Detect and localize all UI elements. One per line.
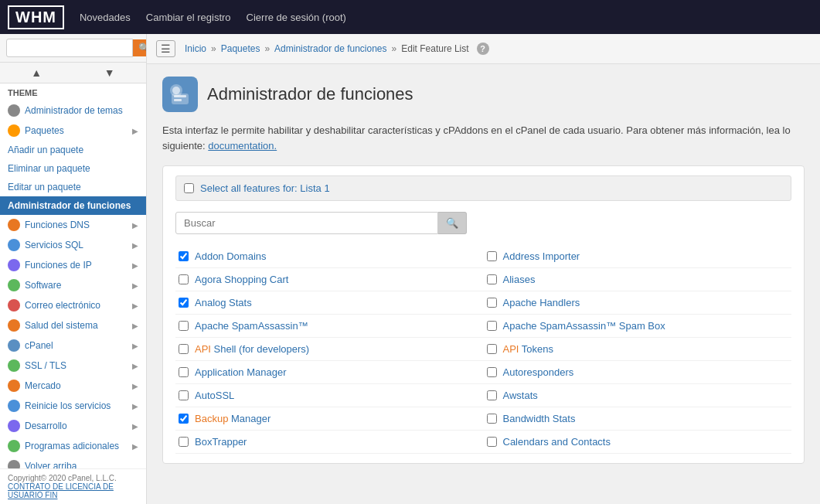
sidebar-item-funciones-ip[interactable]: Funciones de IP ▶ — [0, 255, 146, 275]
feature-checkbox-apache-handlers[interactable] — [487, 298, 497, 308]
sidebar-down-arrow[interactable]: ▼ — [73, 63, 147, 83]
feature-checkbox-backup-manager[interactable] — [179, 414, 189, 424]
sidebar-item-desarrollo[interactable]: Desarrollo ▶ — [0, 416, 146, 436]
breadcrumb: ☰ Inicio » Paquetes » Administrador de f… — [147, 34, 820, 64]
select-all-label[interactable]: Select all features for: Lista 1 — [200, 182, 330, 194]
feature-label-aliases[interactable]: Aliases — [503, 274, 536, 285]
cpanel-label: cPanel — [25, 340, 53, 351]
feature-checkbox-boxtrapper[interactable] — [179, 437, 189, 447]
sidebar-item-reinicie[interactable]: Reinicie los servicios ▶ — [0, 396, 146, 416]
feature-checkbox-autoresponders[interactable] — [487, 367, 497, 377]
copyright-text: Copyright© 2020 cPanel, L.L.C. — [8, 474, 117, 482]
feature-checkbox-agora-shopping-cart[interactable] — [179, 274, 189, 284]
feature-checkbox-bandwidth-stats[interactable] — [487, 414, 497, 424]
feature-item-calendars-contacts: Calendars and Contacts — [484, 431, 792, 454]
feature-item-addon-domains: Addon Domains — [175, 245, 484, 268]
page-icon — [162, 77, 198, 112]
feature-label-agora-shopping-cart[interactable]: Agora Shopping Cart — [195, 274, 288, 285]
sidebar-item-cpanel[interactable]: cPanel ▶ — [0, 335, 146, 356]
reinicie-icon — [8, 400, 20, 412]
programas-icon — [8, 440, 20, 452]
sidebar-search-button[interactable]: 🔍 — [133, 39, 147, 56]
feature-checkbox-application-manager[interactable] — [179, 367, 189, 377]
servicios-sql-icon — [8, 239, 20, 251]
sidebar-item-mercado[interactable]: Mercado ▶ — [0, 376, 146, 396]
breadcrumb-paquetes[interactable]: Paquetes — [221, 43, 260, 54]
salud-arrow: ▶ — [132, 322, 138, 330]
sidebar-item-software[interactable]: Software ▶ — [0, 275, 146, 295]
feature-label-addon-domains[interactable]: Addon Domains — [195, 250, 267, 262]
collapse-sidebar-button[interactable]: ☰ — [156, 40, 175, 57]
feature-item-api-shell: API Shell (for developers) — [175, 338, 484, 361]
sidebar-content: Theme Administrador de temas Paquetes ▶ … — [0, 83, 146, 468]
feature-checkbox-apache-spamassassin-spam-box[interactable] — [487, 321, 497, 331]
feature-checkbox-api-tokens[interactable] — [487, 344, 497, 354]
funciones-dns-icon — [8, 219, 20, 231]
sidebar-item-servicios-sql[interactable]: Servicios SQL ▶ — [0, 235, 146, 255]
sidebar-item-salud[interactable]: Salud del sistema ▶ — [0, 315, 146, 335]
feature-label-autoresponders[interactable]: Autoresponders — [503, 366, 574, 378]
feature-checkbox-apache-spamassassin[interactable] — [179, 321, 189, 331]
sidebar-item-anadir-paquete[interactable]: Añadir un paquete — [0, 141, 146, 159]
breadcrumb-current: Edit Feature List — [401, 43, 468, 54]
license-link[interactable]: CONTRATO DE LICENCIA DE USUARIO FIN — [8, 482, 114, 499]
feature-checkbox-api-shell[interactable] — [179, 344, 189, 354]
sidebar-item-editar-paquete[interactable]: Editar un paquete — [0, 178, 146, 196]
breadcrumb-sep-2: » — [264, 43, 270, 54]
sidebar-search-area: 🔍 — [0, 34, 146, 63]
nav-cierre-sesion[interactable]: Cierre de sesión (root) — [247, 12, 346, 23]
sidebar-search-input[interactable] — [6, 39, 133, 57]
feature-item-aliases: Aliases — [484, 268, 792, 291]
ssl-icon — [8, 359, 20, 372]
feature-label-calendars-contacts[interactable]: Calendars and Contacts — [503, 436, 611, 448]
feature-checkbox-autossl[interactable] — [179, 390, 189, 400]
feature-label-bandwidth-stats[interactable]: Bandwidth Stats — [503, 413, 576, 424]
feature-search-button[interactable]: 🔍 — [438, 212, 467, 234]
feature-search-input[interactable] — [175, 212, 438, 234]
feature-label-backup-manager[interactable]: Backup Manager — [195, 413, 270, 424]
nav-novedades[interactable]: Novedades — [80, 12, 131, 23]
sidebar-item-volver[interactable]: Volver arriba — [0, 456, 146, 468]
feature-checkbox-awstats[interactable] — [487, 390, 497, 400]
feature-checkbox-address-importer[interactable] — [487, 251, 497, 261]
breadcrumb-inicio[interactable]: Inicio — [185, 43, 206, 54]
sidebar-item-correo[interactable]: Correo electrónico ▶ — [0, 295, 146, 315]
funciones-ip-arrow: ▶ — [132, 261, 138, 270]
feature-label-address-importer[interactable]: Address Importer — [503, 250, 580, 262]
ssl-label: SSL / TLS — [25, 360, 66, 371]
sidebar-up-arrow[interactable]: ▲ — [0, 63, 73, 83]
feature-label-application-manager[interactable]: Application Manager — [195, 366, 287, 378]
feature-label-boxtrapper[interactable]: BoxTrapper — [195, 436, 247, 448]
feature-label-apache-handlers[interactable]: Apache Handlers — [503, 297, 580, 308]
breadcrumb-admin-funciones[interactable]: Administrador de funciones — [274, 43, 386, 54]
feature-label-apache-spamassassin[interactable]: Apache SpamAssassin™ — [195, 320, 308, 332]
feature-checkbox-aliases[interactable] — [487, 274, 497, 284]
top-nav: WHM Novedades Cambiar el registro Cierre… — [0, 0, 820, 34]
sidebar-item-funciones-dns[interactable]: Funciones DNS ▶ — [0, 215, 146, 235]
mercado-arrow: ▶ — [132, 382, 138, 390]
documentation-link[interactable]: documentation. — [208, 140, 277, 152]
feature-checkbox-analog-stats[interactable] — [179, 298, 189, 308]
sidebar: 🔍 ▲ ▼ Theme Administrador de temas Paque… — [0, 34, 147, 504]
select-all-checkbox[interactable] — [184, 183, 194, 193]
feature-label-analog-stats[interactable]: Analog Stats — [195, 297, 252, 308]
nav-cambiar-registro[interactable]: Cambiar el registro — [146, 12, 231, 23]
sidebar-item-paquetes[interactable]: Paquetes ▶ — [0, 121, 146, 141]
sidebar-item-eliminar-paquete[interactable]: Eliminar un paquete — [0, 159, 146, 178]
help-icon[interactable]: ? — [477, 43, 489, 55]
salud-icon — [8, 319, 20, 332]
page-header: Administrador de funciones — [162, 77, 805, 112]
sidebar-item-admin-temas[interactable]: Administrador de temas — [0, 100, 146, 121]
feature-checkbox-addon-domains[interactable] — [179, 251, 189, 261]
sidebar-item-programas[interactable]: Programas adicionales ▶ — [0, 436, 146, 456]
feature-label-api-tokens[interactable]: API Tokens — [503, 343, 554, 355]
sidebar-item-ssl[interactable]: SSL / TLS ▶ — [0, 356, 146, 376]
feature-label-api-shell[interactable]: API Shell (for developers) — [195, 343, 309, 355]
sidebar-item-admin-funciones[interactable]: Administrador de funciones — [0, 196, 146, 215]
cpanel-icon — [8, 339, 20, 352]
feature-label-apache-spamassassin-spam-box[interactable]: Apache SpamAssassin™ Spam Box — [503, 320, 665, 332]
feature-checkbox-calendars-contacts[interactable] — [487, 437, 497, 447]
content-area: Administrador de funciones Esta interfaz… — [147, 64, 820, 504]
feature-label-autossl[interactable]: AutoSSL — [195, 390, 234, 401]
feature-label-awstats[interactable]: Awstats — [503, 390, 538, 401]
